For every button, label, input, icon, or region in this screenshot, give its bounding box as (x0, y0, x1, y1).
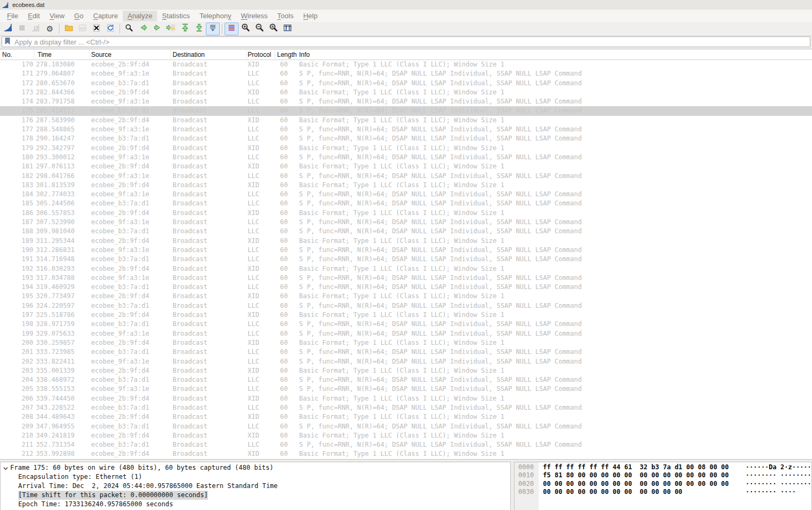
gear-icon: ⚙ (46, 24, 53, 34)
cell-dst: Broadcast (171, 311, 247, 320)
packet-row-177[interactable]: 177288.548865ecobee_9f:a3:1eBroadcastLLC… (0, 125, 812, 134)
go-to-packet-button[interactable] (164, 23, 178, 35)
packet-row-197[interactable]: 197325.518786ecobee_2b:9f:d4BroadcastXID… (0, 311, 812, 320)
display-filter-input[interactable]: Apply a display filter ... <Ctrl-/> (2, 36, 810, 47)
packet-row-183[interactable]: 183301.813539ecobee_2b:9f:d4BroadcastXID… (0, 181, 812, 190)
column-header-length[interactable]: Length (275, 49, 294, 60)
resize-columns-button[interactable] (280, 23, 294, 35)
packet-row-191[interactable]: 191314.716948ecobee_b3:7a:d1BroadcastLLC… (0, 255, 812, 264)
menu-wireless[interactable]: Wireless (236, 11, 273, 21)
capture-options-button[interactable]: ⚙ (43, 23, 57, 35)
zoom-in-button[interactable] (239, 23, 252, 35)
detail-line-5[interactable]: [Time delta from previous captured frame… (1, 509, 510, 510)
packet-row-199[interactable]: 199329.075633ecobee_9f:a3:1eBroadcastLLC… (0, 329, 812, 338)
menu-analyze[interactable]: Analyze (123, 11, 157, 21)
zoom-out-button[interactable] (252, 23, 266, 35)
detail-line-4[interactable]: Epoch Time: 1733136240.957865000 seconds (1, 500, 510, 509)
open-file-button[interactable] (62, 23, 76, 35)
go-forward-button[interactable] (150, 23, 164, 35)
zoom-reset-button[interactable] (266, 23, 280, 35)
packet-row-188[interactable]: 188309.981040ecobee_b3:7a:d1BroadcastLLC… (0, 227, 812, 236)
packet-row-174[interactable]: 174283.791758ecobee_9f:a3:1eBroadcastLLC… (0, 97, 812, 106)
packet-row-170[interactable]: 170278.103080ecobee_2b:9f:d4BroadcastXID… (0, 60, 812, 69)
start-capture-button[interactable] (1, 23, 15, 35)
menu-statistics[interactable]: Statistics (157, 11, 195, 21)
packet-row-205[interactable]: 205338.555153ecobee_9f:a3:1eBroadcastLLC… (0, 385, 812, 394)
packet-row-206[interactable]: 206339.744450ecobee_2b:9f:d4BroadcastXID… (0, 394, 812, 403)
packet-row-195[interactable]: 195320.773497ecobee_2b:9f:d4BroadcastXID… (0, 292, 812, 301)
packet-row-196[interactable]: 196324.220597ecobee_b3:7a:d1BroadcastLLC… (0, 301, 812, 311)
hex-row-0020[interactable]: 002000 00 00 00 00 00 00 00 00 00 00 00 … (515, 480, 811, 489)
packet-row-203[interactable]: 203335.001339ecobee_2b:9f:d4BroadcastXID… (0, 366, 812, 375)
packet-row-209[interactable]: 209347.964955ecobee_b3:7a:d1BroadcastLLC… (0, 422, 812, 431)
packet-row-193[interactable]: 193317.034788ecobee_9f:a3:1eBroadcastLLC… (0, 274, 812, 283)
packet-row-192[interactable]: 192316.030293ecobee_2b:9f:d4BroadcastXID… (0, 264, 812, 274)
toolbar-separator (222, 24, 222, 34)
packet-row-190[interactable]: 190312.286831ecobee_9f:a3:1eBroadcastLLC… (0, 246, 812, 255)
detail-line-0[interactable]: Frame 175: 60 bytes on wire (480 bits), … (1, 463, 510, 472)
packet-row-212[interactable]: 212353.992898ecobee_2b:9f:d4BroadcastXID… (0, 449, 812, 459)
packet-row-186[interactable]: 186306.557853ecobee_2b:9f:d4BroadcastXID… (0, 209, 812, 218)
column-header-info[interactable]: Info (294, 49, 812, 60)
packet-row-181[interactable]: 181297.076113ecobee_2b:9f:d4BroadcastXID… (0, 162, 812, 171)
filter-bookmark-icon[interactable] (4, 37, 11, 47)
auto-scroll-button[interactable] (206, 23, 220, 35)
hex-row-0030[interactable]: 003000 00 00 00 00 00 00 00 00 00 00 00·… (515, 488, 811, 497)
column-header-destination[interactable]: Destination (171, 49, 247, 60)
packet-row-187[interactable]: 187307.523990ecobee_9f:a3:1eBroadcastLLC… (0, 218, 812, 227)
column-header-source[interactable]: Source (90, 49, 171, 60)
packet-row-175[interactable]: 175285.414727ecobee_b3:7a:d1BroadcastLLC… (0, 106, 812, 115)
reload-file-button[interactable] (103, 23, 117, 35)
packet-row-173[interactable]: 173282.844366ecobee_2b:9f:d4BroadcastXID… (0, 88, 812, 97)
detail-line-3[interactable]: [Time shift for this packet: 0.000000000… (1, 491, 510, 500)
packet-row-185[interactable]: 185305.244506ecobee_b3:7a:d1BroadcastLLC… (0, 199, 812, 208)
menu-file[interactable]: File (2, 11, 23, 21)
packet-row-208[interactable]: 208344.489643ecobee_2b:9f:d4BroadcastXID… (0, 412, 812, 422)
expander-chevron-icon[interactable] (3, 465, 9, 474)
packet-row-184[interactable]: 184302.774033ecobee_9f:a3:1eBroadcastLLC… (0, 190, 812, 199)
go-first-packet-button[interactable] (178, 23, 192, 35)
packet-row-194[interactable]: 194319.460929ecobee_b3:7a:d1BroadcastLLC… (0, 283, 812, 292)
go-last-packet-button[interactable] (192, 23, 206, 35)
cell-len: 60 (275, 125, 294, 134)
hex-ascii: ········ ········ (746, 471, 811, 480)
menu-view[interactable]: View (44, 11, 69, 21)
packet-row-211[interactable]: 211352.731354ecobee_b3:7a:d1BroadcastLLC… (0, 440, 812, 449)
packet-row-172[interactable]: 172280.653670ecobee_b3:7a:d1BroadcastLLC… (0, 79, 812, 88)
packet-row-202[interactable]: 202333.822411ecobee_9f:a3:1eBroadcastLLC… (0, 357, 812, 366)
menu-tools[interactable]: Tools (272, 11, 298, 21)
menu-help[interactable]: Help (299, 11, 323, 21)
menu-capture[interactable]: Capture (88, 11, 123, 21)
find-packet-button[interactable] (122, 23, 136, 35)
packet-row-180[interactable]: 180293.300012ecobee_9f:a3:1eBroadcastLLC… (0, 153, 812, 162)
packet-row-176[interactable]: 176287.583990ecobee_2b:9f:d4BroadcastXID… (0, 116, 812, 125)
cell-info: S P, func=RNR, N(R)=64; DSAP NULL LSAP I… (294, 274, 812, 283)
packet-row-201[interactable]: 201333.723985ecobee_b3:7a:d1BroadcastLLC… (0, 348, 812, 357)
packet-row-182[interactable]: 182298.041766ecobee_9f:a3:1eBroadcastLLC… (0, 172, 812, 181)
packet-row-207[interactable]: 207343.228522ecobee_b3:7a:d1BroadcastLLC… (0, 403, 812, 412)
column-header-no[interactable]: No. (0, 49, 34, 60)
go-back-button[interactable] (136, 23, 150, 35)
detail-line-2[interactable]: Arrival Time: Dec 2, 2024 05:44:00.95786… (1, 482, 510, 491)
packet-row-198[interactable]: 198328.971759ecobee_b3:7a:d1BroadcastLLC… (0, 320, 812, 329)
menu-telephony[interactable]: Telephony (195, 11, 236, 21)
colorize-button[interactable] (225, 23, 239, 35)
packet-row-171[interactable]: 171279.064807ecobee_9f:a3:1eBroadcastLLC… (0, 69, 812, 78)
close-file-button[interactable] (90, 23, 103, 35)
hex-row-0000[interactable]: 0000ff ff ff ff ff ff 44 61 32 b3 7a d1 … (515, 463, 811, 472)
wireshark-logo-icon (2, 1, 10, 9)
packet-row-179[interactable]: 179292.342797ecobee_2b:9f:d4BroadcastXID… (0, 144, 812, 153)
cell-info: S P, func=RNR, N(R)=64; DSAP NULL LSAP I… (294, 348, 812, 357)
menu-go[interactable]: Go (69, 11, 88, 21)
detail-line-1[interactable]: Encapsulation type: Ethernet (1) (1, 472, 510, 482)
column-header-protocol[interactable]: Protocol (247, 49, 275, 60)
packet-row-178[interactable]: 178290.164247ecobee_b3:7a:d1BroadcastLLC… (0, 134, 812, 143)
packet-row-189[interactable]: 189311.295344ecobee_2b:9f:d4BroadcastXID… (0, 236, 812, 246)
hex-row-0010[interactable]: 0010f5 81 80 00 00 00 00 00 00 00 00 00 … (515, 471, 811, 480)
cell-info: S P, func=RNR, N(R)=64; DSAP NULL LSAP I… (294, 153, 812, 162)
packet-row-204[interactable]: 204338.468972ecobee_b3:7a:d1BroadcastLLC… (0, 375, 812, 385)
column-header-time[interactable]: Time (34, 49, 90, 60)
packet-row-200[interactable]: 200330.259857ecobee_2b:9f:d4BroadcastXID… (0, 338, 812, 348)
menu-edit[interactable]: Edit (23, 11, 44, 21)
packet-row-210[interactable]: 210349.241819ecobee_2b:9f:d4BroadcastXID… (0, 431, 812, 440)
